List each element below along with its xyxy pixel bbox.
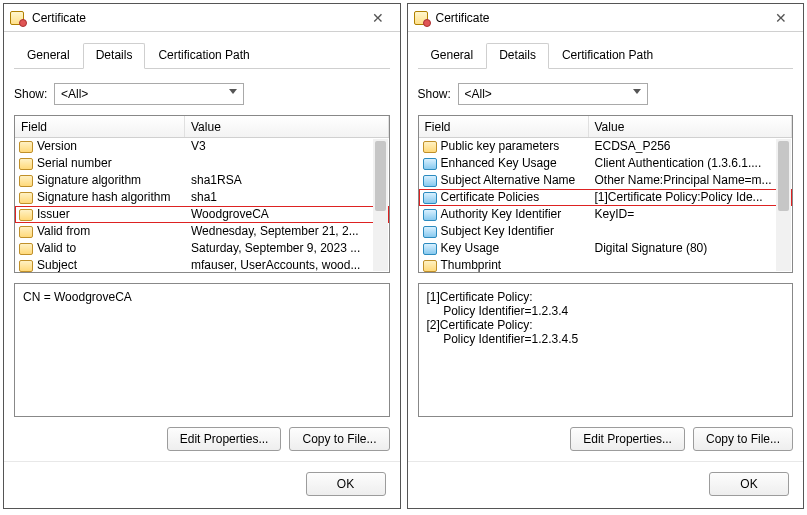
row-value: ECDSA_P256 <box>589 138 793 155</box>
copy-to-file-button[interactable]: Copy to File... <box>693 427 793 451</box>
property-icon <box>19 209 33 221</box>
row-value <box>589 223 793 240</box>
row-field-label: Subject Alternative Name <box>441 172 576 189</box>
row-value: WoodgroveCA <box>185 206 389 223</box>
show-filter-dropdown[interactable]: <All> <box>54 83 244 105</box>
property-icon <box>19 158 33 170</box>
column-header-field[interactable]: Field <box>15 116 185 137</box>
scrollbar-thumb[interactable] <box>778 141 789 211</box>
list-header[interactable]: Field Value <box>419 116 793 138</box>
row-field-label: Valid from <box>37 223 90 240</box>
row-value <box>589 257 793 272</box>
tab-general[interactable]: General <box>418 43 487 69</box>
tab-certpath[interactable]: Certification Path <box>549 43 666 69</box>
row-field-label: Subject Key Identifier <box>441 223 554 240</box>
row-field-label: Serial number <box>37 155 112 172</box>
table-row[interactable]: Valid fromWednesday, September 21, 2... <box>15 223 389 240</box>
ok-button[interactable]: OK <box>709 472 789 496</box>
tab-strip: General Details Certification Path <box>418 42 794 69</box>
row-value: Saturday, September 9, 2023 ... <box>185 240 389 257</box>
table-row[interactable]: Subject Alternative NameOther Name:Princ… <box>419 172 793 189</box>
property-icon <box>19 243 33 255</box>
certificate-dialog-left: Certificate ✕ General Details Certificat… <box>3 3 401 509</box>
table-row[interactable]: Public key parametersECDSA_P256 <box>419 138 793 155</box>
show-label: Show: <box>14 87 54 101</box>
table-row[interactable]: Authority Key IdentifierKeyID= <box>419 206 793 223</box>
fields-listview[interactable]: Field Value VersionV3Serial numberSignat… <box>14 115 390 273</box>
table-row[interactable]: Certificate Policies[1]Certificate Polic… <box>419 189 793 206</box>
row-value: Other Name:Principal Name=m... <box>589 172 793 189</box>
extension-icon <box>423 243 437 255</box>
row-field-label: Signature hash algorithm <box>37 189 170 206</box>
show-filter-value: <All> <box>61 87 88 101</box>
window-title: Certificate <box>436 11 766 25</box>
table-row[interactable]: Key UsageDigital Signature (80) <box>419 240 793 257</box>
row-field-label: Key Usage <box>441 240 500 257</box>
column-header-value[interactable]: Value <box>589 116 793 137</box>
row-field-label: Valid to <box>37 240 76 257</box>
field-detail-textbox[interactable]: [1]Certificate Policy: Policy Identifier… <box>418 283 794 417</box>
certificate-icon <box>414 10 430 26</box>
titlebar[interactable]: Certificate ✕ <box>408 4 804 32</box>
show-filter-dropdown[interactable]: <All> <box>458 83 648 105</box>
close-icon[interactable]: ✕ <box>362 6 394 30</box>
table-row[interactable]: Thumbprint <box>419 257 793 272</box>
table-row[interactable]: Enhanced Key UsageClient Authentication … <box>419 155 793 172</box>
row-value: V3 <box>185 138 389 155</box>
tab-details[interactable]: Details <box>83 43 146 69</box>
tab-strip: General Details Certification Path <box>14 42 390 69</box>
table-row[interactable]: Subjectmfauser, UserAccounts, wood... <box>15 257 389 272</box>
scrollbar-thumb[interactable] <box>375 141 386 211</box>
scrollbar[interactable] <box>373 139 388 271</box>
show-label: Show: <box>418 87 458 101</box>
ok-button[interactable]: OK <box>306 472 386 496</box>
extension-icon <box>423 226 437 238</box>
column-header-value[interactable]: Value <box>185 116 389 137</box>
titlebar[interactable]: Certificate ✕ <box>4 4 400 32</box>
row-value <box>185 155 389 172</box>
row-value: sha1 <box>185 189 389 206</box>
close-icon[interactable]: ✕ <box>765 6 797 30</box>
row-value: Wednesday, September 21, 2... <box>185 223 389 240</box>
fields-listview[interactable]: Field Value Public key parametersECDSA_P… <box>418 115 794 273</box>
copy-to-file-button[interactable]: Copy to File... <box>289 427 389 451</box>
property-icon <box>19 226 33 238</box>
show-filter-value: <All> <box>465 87 492 101</box>
tab-details[interactable]: Details <box>486 43 549 69</box>
certificate-icon <box>10 10 26 26</box>
chevron-down-icon <box>229 89 237 94</box>
table-row[interactable]: Valid toSaturday, September 9, 2023 ... <box>15 240 389 257</box>
table-row[interactable]: Serial number <box>15 155 389 172</box>
tab-general[interactable]: General <box>14 43 83 69</box>
row-value: sha1RSA <box>185 172 389 189</box>
scrollbar[interactable] <box>776 139 791 271</box>
extension-icon <box>423 192 437 204</box>
list-header[interactable]: Field Value <box>15 116 389 138</box>
edit-properties-button[interactable]: Edit Properties... <box>167 427 282 451</box>
edit-properties-button[interactable]: Edit Properties... <box>570 427 685 451</box>
table-row[interactable]: IssuerWoodgroveCA <box>15 206 389 223</box>
row-field-label: Authority Key Identifier <box>441 206 562 223</box>
property-icon <box>19 141 33 153</box>
window-title: Certificate <box>32 11 362 25</box>
chevron-down-icon <box>633 89 641 94</box>
extension-icon <box>423 158 437 170</box>
row-field-label: Signature algorithm <box>37 172 141 189</box>
table-row[interactable]: Subject Key Identifier <box>419 223 793 240</box>
row-value: mfauser, UserAccounts, wood... <box>185 257 389 272</box>
row-field-label: Enhanced Key Usage <box>441 155 557 172</box>
field-detail-textbox[interactable]: CN = WoodgroveCA <box>14 283 390 417</box>
property-icon <box>19 260 33 272</box>
row-value: Digital Signature (80) <box>589 240 793 257</box>
row-value: Client Authentication (1.3.6.1.... <box>589 155 793 172</box>
row-field-label: Version <box>37 138 77 155</box>
row-field-label: Certificate Policies <box>441 189 540 206</box>
extension-icon <box>423 175 437 187</box>
property-icon <box>423 260 437 272</box>
table-row[interactable]: VersionV3 <box>15 138 389 155</box>
column-header-field[interactable]: Field <box>419 116 589 137</box>
table-row[interactable]: Signature algorithmsha1RSA <box>15 172 389 189</box>
table-row[interactable]: Signature hash algorithmsha1 <box>15 189 389 206</box>
tab-certpath[interactable]: Certification Path <box>145 43 262 69</box>
property-icon <box>423 141 437 153</box>
